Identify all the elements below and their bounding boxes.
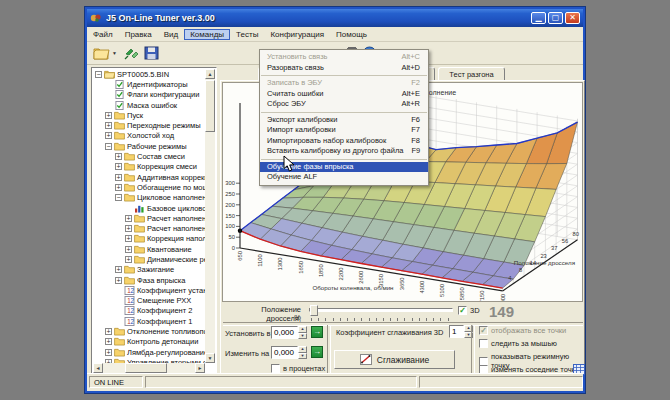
tree-item[interactable]: 12Смещение РХХ: [93, 296, 205, 306]
tree-item[interactable]: −Рабочие режимы: [93, 141, 205, 151]
vscroll-thumb[interactable]: [205, 80, 215, 132]
tree-item[interactable]: +Расчет наполнения: [93, 213, 205, 223]
option-checkbox[interactable]: следить за мышью: [479, 339, 557, 348]
tree-item[interactable]: +Отклонение топливоподачи: [93, 326, 205, 336]
tree-item[interactable]: −Цикловое наполнение: [93, 193, 205, 203]
change-by-spinner[interactable]: ▲▼: [298, 346, 307, 359]
menu-item[interactable]: Обучение ALF: [260, 172, 428, 183]
tree-item[interactable]: Базовое цикловое наполнение: [93, 203, 205, 213]
tree-expander-icon[interactable]: +: [115, 174, 122, 181]
menu-Тесты[interactable]: Тесты: [230, 29, 264, 40]
menu-Помощь[interactable]: Помощь: [330, 29, 373, 40]
tree-item[interactable]: +Коррекция наполнения: [93, 234, 205, 244]
title-bar[interactable]: J5 On-Line Tuner ver.3.00 ▁ ▢ ✕: [87, 9, 583, 27]
tree-expander-icon[interactable]: −: [105, 143, 112, 150]
tree-item[interactable]: Идентификаторы: [93, 79, 205, 89]
set-to-spinner[interactable]: ▲▼: [298, 326, 307, 339]
num-icon: 12: [124, 306, 135, 315]
in-percent-checkbox[interactable]: в процентах: [271, 364, 325, 373]
menu-Правка[interactable]: Правка: [119, 29, 158, 40]
menu-item[interactable]: Считать ошибкиAlt+E: [260, 89, 428, 100]
tree-item[interactable]: +Квантование: [93, 244, 205, 254]
tree-expander-icon[interactable]: +: [105, 338, 112, 345]
checkbox-box[interactable]: [479, 339, 488, 348]
change-by-input[interactable]: 0,000: [271, 346, 298, 359]
tree-expander-icon[interactable]: +: [125, 256, 132, 263]
menu-item[interactable]: Экспорт калибровкиF6: [260, 115, 428, 126]
tree-item[interactable]: +Фаза впрыска: [93, 275, 205, 285]
throttle-slider-thumb[interactable]: [310, 305, 318, 316]
menu-item[interactable]: Импортировать набор калибровокF8: [260, 136, 428, 147]
connect-icon[interactable]: [123, 45, 141, 62]
tree-expander-icon[interactable]: +: [115, 163, 122, 170]
scroll-up-icon[interactable]: ▲: [205, 69, 215, 79]
open-file-dropdown-icon[interactable]: ▼: [112, 50, 117, 56]
tree-expander-icon[interactable]: +: [115, 277, 122, 284]
tree-expander-icon[interactable]: +: [105, 328, 112, 335]
open-file-icon[interactable]: [92, 45, 110, 62]
maximize-button[interactable]: ▢: [548, 12, 563, 24]
tree-item[interactable]: Флаги конфигурации: [93, 90, 205, 100]
menu-item[interactable]: Разорвать связьAlt+D: [260, 63, 428, 74]
3d-checkbox[interactable]: ✓ 3D: [458, 306, 480, 315]
tree-item[interactable]: +Коррекция смеси: [93, 162, 205, 172]
tree-item[interactable]: +Аддитивная коррекция: [93, 172, 205, 182]
tree-expander-icon[interactable]: +: [125, 215, 132, 222]
tab-3[interactable]: Тест разгона: [438, 67, 505, 81]
scroll-down-icon[interactable]: ▼: [205, 353, 215, 363]
tree-expander-icon[interactable]: +: [105, 132, 112, 139]
menu-item[interactable]: Записать в ЭБУF2: [260, 78, 428, 89]
option-checkbox[interactable]: ✓отображать все точки: [479, 326, 566, 335]
tree-item[interactable]: 12Коэффициент 1: [93, 316, 205, 326]
menu-Команды[interactable]: Команды: [184, 29, 230, 40]
tree-item[interactable]: 12Коэффициент 2: [93, 306, 205, 316]
tree-item[interactable]: +Холостой ход: [93, 131, 205, 141]
menu-item[interactable]: Сброс ЭБУAlt+R: [260, 99, 428, 110]
tree-item[interactable]: +Контроль детонации: [93, 337, 205, 347]
minimize-button[interactable]: ▁: [531, 12, 546, 24]
menu-Конфигурация[interactable]: Конфигурация: [264, 29, 330, 40]
save-icon[interactable]: [143, 45, 161, 62]
tree-expander-icon[interactable]: −: [95, 71, 102, 78]
tree-vertical-scrollbar[interactable]: ▲ ▼: [205, 69, 215, 363]
tree-item[interactable]: 12Коэффициент установки: [93, 285, 205, 295]
tree-item[interactable]: +Динамические режимы: [93, 254, 205, 264]
3d-checkbox-box[interactable]: ✓: [458, 306, 467, 315]
hscroll-thumb[interactable]: [125, 363, 167, 373]
in-percent-checkbox-box[interactable]: [271, 364, 280, 373]
checkbox-box[interactable]: ✓: [479, 326, 488, 335]
tree-item[interactable]: +Обогащение по мощности: [93, 182, 205, 192]
tree-item[interactable]: +Переходные режимы: [93, 120, 205, 130]
tree-item[interactable]: +Лямбда-регулирование: [93, 347, 205, 357]
tree-horizontal-scrollbar[interactable]: ◄ ►: [93, 363, 205, 373]
tree-expander-icon[interactable]: +: [105, 122, 112, 129]
tree-item[interactable]: +Состав смеси: [93, 151, 205, 161]
tree-expander-icon[interactable]: +: [125, 246, 132, 253]
menu-Файл[interactable]: Файл: [87, 29, 119, 40]
tree-item[interactable]: +Пуск: [93, 110, 205, 120]
menu-Вид[interactable]: Вид: [158, 29, 184, 40]
tree-expander-icon[interactable]: +: [115, 266, 122, 273]
throttle-slider[interactable]: [309, 308, 453, 312]
menu-item[interactable]: Установить связьAlt+C: [260, 52, 428, 63]
set-to-input[interactable]: 0,000: [271, 326, 298, 339]
tree-item[interactable]: −SPT0005.5.BIN: [93, 69, 205, 79]
apply-change-button[interactable]: →: [311, 346, 323, 358]
tree-expander-icon[interactable]: +: [105, 349, 112, 356]
tree-expander-icon[interactable]: +: [115, 184, 122, 191]
tree-item[interactable]: +Зажигание: [93, 265, 205, 275]
menu-item[interactable]: Импорт калибровкиF7: [260, 125, 428, 136]
scroll-left-icon[interactable]: ◄: [93, 363, 103, 373]
tree-expander-icon[interactable]: +: [125, 235, 132, 242]
scroll-right-icon[interactable]: ►: [195, 363, 205, 373]
tree-expander-icon[interactable]: +: [105, 112, 112, 119]
tree-item[interactable]: Маска ошибок: [93, 100, 205, 110]
close-button[interactable]: ✕: [565, 12, 580, 24]
smooth-button[interactable]: Сглаживание: [334, 350, 455, 369]
tree-expander-icon[interactable]: +: [115, 153, 122, 160]
apply-set-button[interactable]: →: [311, 326, 323, 338]
tree-expander-icon[interactable]: +: [125, 225, 132, 232]
tree-expander-icon[interactable]: −: [115, 194, 122, 201]
smooth-coef-input[interactable]: 1: [449, 325, 464, 338]
tree-item[interactable]: +Расчет наполнения: [93, 223, 205, 233]
